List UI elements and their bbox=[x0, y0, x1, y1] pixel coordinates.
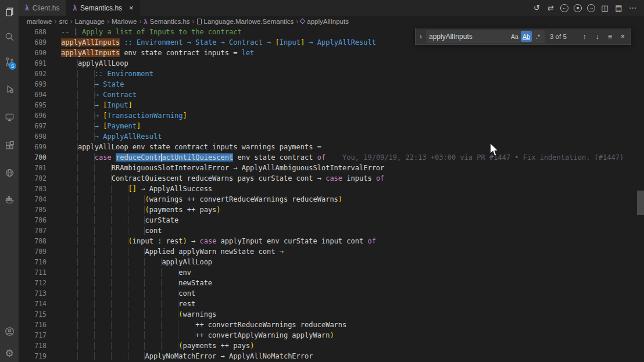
code-line-695[interactable]: 695 → [Input] bbox=[19, 100, 644, 110]
breadcrumb-item-marlowe[interactable]: marlowe bbox=[27, 18, 52, 25]
line-number[interactable]: 710 bbox=[19, 257, 46, 267]
code-line-704[interactable]: 704 (warnings ++ convertReduceWarnings r… bbox=[19, 194, 644, 205]
remote-explorer-icon[interactable] bbox=[4, 112, 15, 122]
run-debug-icon[interactable] bbox=[4, 84, 15, 94]
editor[interactable]: 688-- | Apply a list of Inputs to the co… bbox=[19, 27, 644, 362]
line-number[interactable]: 717 bbox=[19, 330, 46, 341]
line-number[interactable]: 705 bbox=[19, 205, 46, 215]
code-line-692[interactable]: 692 :: Environment bbox=[19, 69, 644, 79]
open-changes-icon[interactable]: ● bbox=[574, 4, 582, 12]
match-case-toggle[interactable]: Aa bbox=[509, 31, 520, 42]
line-number[interactable]: 716 bbox=[19, 320, 46, 330]
breadcrumb-item-applyallinputs[interactable]: applyAllInputs bbox=[300, 18, 349, 25]
line-number[interactable]: 709 bbox=[19, 246, 46, 257]
code-line-697[interactable]: 697 → [Payment] bbox=[19, 121, 644, 131]
line-number[interactable]: 689 bbox=[19, 37, 46, 48]
code-line-712[interactable]: 712 newState bbox=[19, 278, 644, 288]
line-number[interactable]: 714 bbox=[19, 299, 46, 309]
globe-icon[interactable] bbox=[4, 167, 15, 178]
code-line-718[interactable]: 718 (payments ++ pays) bbox=[19, 341, 644, 351]
line-number[interactable]: 706 bbox=[19, 215, 46, 225]
line-number[interactable]: 718 bbox=[19, 341, 46, 351]
code-line-707[interactable]: 707 cont bbox=[19, 225, 644, 236]
line-number[interactable]: 700 bbox=[19, 152, 46, 163]
code-line-715[interactable]: 715 (warnings bbox=[19, 309, 644, 320]
line-number[interactable]: 703 bbox=[19, 184, 46, 194]
line-number[interactable]: 691 bbox=[19, 58, 46, 69]
code-line-713[interactable]: 713 cont bbox=[19, 288, 644, 299]
breadcrumb-item-language-marlowe-semantics[interactable]: Language.Marlowe.Semantics bbox=[197, 18, 294, 25]
line-number[interactable]: 715 bbox=[19, 309, 46, 320]
code-line-702[interactable]: 702 ContractQuiescent reduceWarns pays c… bbox=[19, 173, 644, 184]
line-number[interactable]: 708 bbox=[19, 236, 46, 246]
line-number[interactable]: 688 bbox=[19, 27, 46, 37]
line-number[interactable]: 698 bbox=[19, 131, 46, 142]
previous-match-button[interactable]: ↑ bbox=[579, 31, 590, 42]
code-line-693[interactable]: 693 → State bbox=[19, 79, 644, 89]
line-number[interactable]: 690 bbox=[19, 48, 46, 58]
code-line-711[interactable]: 711 env bbox=[19, 267, 644, 278]
line-number[interactable]: 713 bbox=[19, 288, 46, 299]
code-line-716[interactable]: 716 ++ convertReduceWarnings reduceWarns bbox=[19, 320, 644, 330]
split-editor-icon[interactable]: ◫ bbox=[600, 3, 609, 13]
code-line-701[interactable]: 701 RRAmbiguousSlotIntervalError → Apply… bbox=[19, 163, 644, 173]
extensions-icon[interactable] bbox=[4, 140, 15, 150]
explorer-icon[interactable] bbox=[4, 6, 15, 17]
code-line-703[interactable]: 703 [] → ApplyAllSuccess bbox=[19, 184, 644, 194]
breadcrumb-item-src[interactable]: src bbox=[59, 18, 67, 25]
code-line-700[interactable]: 700 case reduceContractUntilQuiescent en… bbox=[19, 152, 644, 163]
line-number[interactable]: 702 bbox=[19, 173, 46, 184]
code-line-705[interactable]: 705 (payments ++ pays) bbox=[19, 205, 644, 215]
close-find-button[interactable]: × bbox=[617, 31, 628, 42]
next-match-button[interactable]: ↓ bbox=[592, 31, 603, 42]
code-line-708[interactable]: 708 (input : rest) → case applyInput env… bbox=[19, 236, 644, 246]
code-line-709[interactable]: 709 Applied applyWarn newState cont → bbox=[19, 246, 644, 257]
tab-client-hs[interactable]: λ Client.hs bbox=[19, 0, 66, 16]
account-icon[interactable] bbox=[4, 326, 15, 336]
code-line-691[interactable]: 691 applyAllLoop bbox=[19, 58, 644, 69]
line-number[interactable]: 694 bbox=[19, 89, 46, 100]
line-number[interactable]: 693 bbox=[19, 79, 46, 89]
line-number[interactable]: 704 bbox=[19, 194, 46, 205]
code-line-719[interactable]: 719 ApplyNoMatchError → ApplyAllNoMatchE… bbox=[19, 351, 644, 361]
code-line-698[interactable]: 698 → ApplyAllResult bbox=[19, 131, 644, 142]
toggle-replace-icon[interactable]: › bbox=[417, 32, 425, 41]
docker-icon[interactable] bbox=[4, 194, 15, 205]
breadcrumb-item-semantics-hs[interactable]: λSemantics.hs bbox=[144, 18, 189, 25]
compare-changes-icon[interactable]: ⇄ bbox=[546, 3, 555, 13]
code-line-699[interactable]: 699 applyAllLoop env state contract inpu… bbox=[19, 142, 644, 152]
next-change-icon[interactable]: → bbox=[587, 4, 595, 12]
toggle-layout-icon[interactable]: ▤ bbox=[614, 3, 623, 13]
line-number[interactable]: 701 bbox=[19, 163, 46, 173]
more-actions-icon[interactable]: ⋯ bbox=[628, 3, 637, 13]
whole-word-toggle[interactable]: Ab bbox=[521, 31, 532, 42]
code-line-714[interactable]: 714 rest bbox=[19, 299, 644, 309]
line-number[interactable]: 692 bbox=[19, 69, 46, 79]
breadcrumb-item-language[interactable]: Language bbox=[75, 18, 105, 25]
timeline-icon[interactable]: ↺ bbox=[532, 3, 541, 13]
tab-semantics-hs[interactable]: λ Semantics.hs × bbox=[66, 0, 139, 16]
regex-toggle[interactable]: .* bbox=[532, 31, 543, 42]
line-number[interactable]: 719 bbox=[19, 351, 46, 361]
line-number[interactable]: 707 bbox=[19, 225, 46, 236]
search-icon[interactable] bbox=[4, 31, 15, 42]
code-line-690[interactable]: 690applyAllInputs env state contract inp… bbox=[19, 48, 644, 58]
code-line-706[interactable]: 706 curState bbox=[19, 215, 644, 225]
line-number[interactable]: 711 bbox=[19, 267, 46, 278]
find-input[interactable] bbox=[429, 33, 492, 41]
code-line-696[interactable]: 696 → [TransactionWarning] bbox=[19, 110, 644, 121]
code-line-717[interactable]: 717 ++ convertApplyWarning applyWarn) bbox=[19, 330, 644, 341]
settings-gear-icon[interactable]: ⚙ bbox=[4, 348, 15, 359]
code-line-694[interactable]: 694 → Contract bbox=[19, 89, 644, 100]
line-number[interactable]: 699 bbox=[19, 142, 46, 152]
line-number[interactable]: 695 bbox=[19, 100, 46, 110]
code-line-710[interactable]: 710 applyAllLoop bbox=[19, 257, 644, 267]
vertical-scrollbar[interactable] bbox=[637, 191, 644, 215]
close-tab-icon[interactable]: × bbox=[129, 3, 134, 12]
previous-change-icon[interactable]: ← bbox=[560, 4, 568, 12]
line-number[interactable]: 697 bbox=[19, 121, 46, 131]
breadcrumb-item-marlowe[interactable]: Marlowe bbox=[112, 18, 137, 25]
line-number[interactable]: 712 bbox=[19, 278, 46, 288]
find-in-selection-button[interactable]: ≡ bbox=[604, 31, 616, 42]
line-number[interactable]: 696 bbox=[19, 110, 46, 121]
